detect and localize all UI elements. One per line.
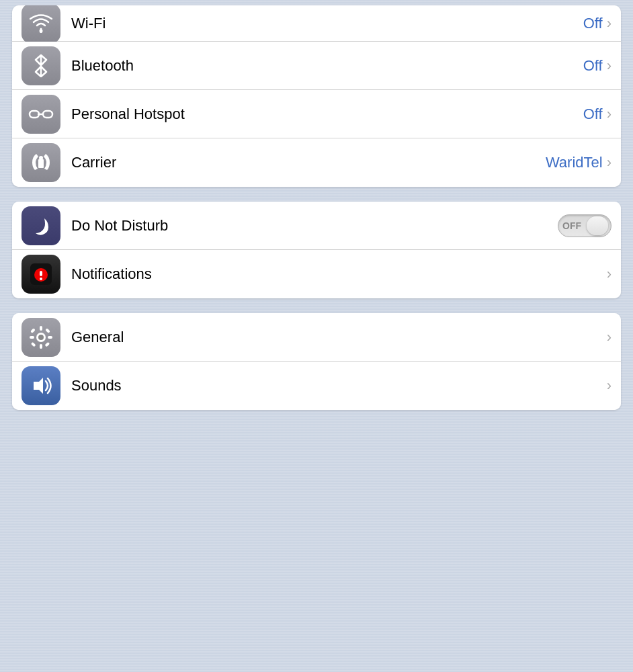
personal-hotspot-value-group: Off ›: [583, 106, 611, 123]
notifications-label: Notifications: [71, 265, 607, 283]
carrier-label: Carrier: [71, 154, 546, 171]
sounds-label: Sounds: [71, 377, 607, 394]
settings-screen: Wi-Fi Off › Bluetooth Off ›: [0, 0, 633, 672]
notifications-icon: [22, 255, 60, 294]
svg-rect-14: [40, 344, 42, 349]
personal-hotspot-row[interactable]: Personal Hotspot Off ›: [12, 90, 621, 138]
personal-hotspot-chevron: ›: [607, 106, 611, 123]
svg-rect-19: [31, 341, 36, 347]
hotspot-icon: [22, 95, 60, 134]
wifi-value: Off: [583, 15, 603, 32]
notifications-value-group: ›: [607, 265, 611, 283]
wifi-label: Wi-Fi: [71, 15, 583, 32]
carrier-icon: [22, 143, 60, 182]
general-label: General: [71, 329, 607, 346]
bluetooth-row[interactable]: Bluetooth Off ›: [12, 42, 621, 90]
notifications-row[interactable]: Notifications ›: [12, 250, 621, 298]
svg-rect-17: [30, 328, 36, 333]
system-section: General › Sounds ›: [12, 313, 621, 410]
notifications-chevron: ›: [607, 265, 611, 283]
bluetooth-label: Bluetooth: [71, 57, 583, 75]
carrier-value-group: WaridTel ›: [546, 154, 611, 171]
sounds-value-group: ›: [607, 377, 611, 394]
network-section: Wi-Fi Off › Bluetooth Off ›: [12, 5, 621, 187]
sounds-row[interactable]: Sounds ›: [12, 362, 621, 410]
svg-rect-18: [45, 328, 50, 333]
sounds-icon: [22, 366, 60, 405]
carrier-row[interactable]: Carrier WaridTel ›: [12, 138, 621, 187]
svg-rect-16: [48, 336, 52, 339]
general-chevron: ›: [607, 329, 611, 346]
svg-rect-9: [40, 271, 42, 276]
svg-rect-2: [30, 111, 39, 118]
svg-rect-20: [44, 341, 50, 347]
carrier-chevron: ›: [607, 154, 611, 171]
do-not-disturb-row[interactable]: Do Not Disturb OFF: [12, 202, 621, 250]
svg-point-0: [40, 29, 43, 32]
svg-rect-5: [38, 159, 44, 168]
wifi-row[interactable]: Wi-Fi Off ›: [12, 5, 621, 42]
svg-rect-3: [43, 111, 52, 118]
bluetooth-icon: [22, 46, 60, 85]
personal-hotspot-value: Off: [583, 106, 603, 123]
svg-rect-13: [40, 326, 42, 331]
svg-rect-15: [30, 336, 34, 339]
disturbnotif-section: Do Not Disturb OFF Notifications ›: [12, 202, 621, 298]
wifi-icon: [22, 5, 60, 43]
bluetooth-value-group: Off ›: [583, 57, 611, 75]
personal-hotspot-label: Personal Hotspot: [71, 106, 583, 123]
svg-point-12: [38, 335, 44, 340]
do-not-disturb-toggle[interactable]: OFF: [558, 214, 611, 237]
svg-marker-21: [34, 378, 43, 394]
svg-point-6: [39, 156, 43, 160]
bluetooth-chevron: ›: [607, 57, 611, 75]
do-not-disturb-icon: [22, 206, 60, 245]
general-value-group: ›: [607, 329, 611, 346]
do-not-disturb-label: Do Not Disturb: [71, 217, 558, 235]
general-row[interactable]: General ›: [12, 313, 621, 362]
toggle-off-label: OFF: [562, 220, 581, 231]
wifi-chevron: ›: [607, 15, 611, 32]
wifi-value-group: Off ›: [583, 15, 611, 32]
toggle-knob: [587, 216, 608, 235]
svg-rect-10: [40, 278, 42, 280]
carrier-value: WaridTel: [546, 154, 603, 171]
general-icon: [22, 318, 60, 357]
sounds-chevron: ›: [607, 377, 611, 394]
bluetooth-value: Off: [583, 57, 603, 75]
